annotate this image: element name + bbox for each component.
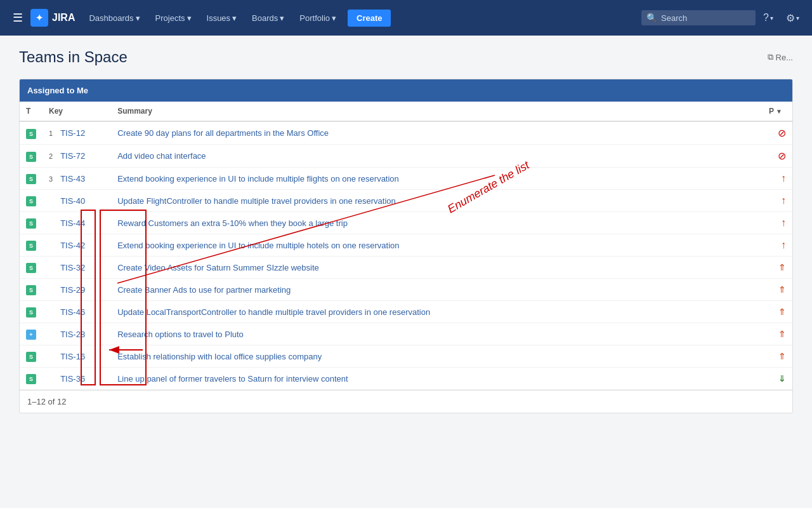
- key-cell[interactable]: TIS-28: [54, 323, 111, 345]
- col-priority-header: P ▼: [761, 102, 792, 121]
- key-cell[interactable]: TIS-43: [54, 168, 111, 190]
- col-summary-header: Summary: [111, 102, 761, 121]
- jira-logo-text: JIRA: [52, 12, 75, 23]
- type-cell: S: [20, 345, 43, 368]
- priority-cell: ↑: [761, 212, 792, 234]
- priority-cell: ⇑: [761, 323, 792, 345]
- page-action-button[interactable]: ⧉ Re...: [768, 52, 793, 62]
- search-bar[interactable]: 🔍: [641, 10, 756, 25]
- page-icon: ⧉: [768, 52, 773, 62]
- search-icon: 🔍: [646, 13, 657, 23]
- key-num-cell: 2: [43, 145, 54, 168]
- summary-cell[interactable]: Reward Customers an extra 5-10% when the…: [111, 212, 761, 234]
- search-input[interactable]: [661, 13, 750, 23]
- nav-boards[interactable]: Boards ▾: [246, 10, 291, 27]
- key-num-cell: [43, 279, 54, 301]
- nav-portfolio[interactable]: Portfolio ▾: [293, 10, 343, 27]
- priority-cell: ⇑: [761, 301, 792, 323]
- priority-cell: ⇑: [761, 345, 792, 368]
- table-row: S TIS-46 Update LocalTransportController…: [20, 301, 792, 323]
- jira-icon: ✦: [30, 9, 48, 27]
- summary-cell[interactable]: Create Video Assets for Saturn Summer SI…: [111, 257, 761, 279]
- nav-projects[interactable]: Projects ▾: [149, 10, 198, 27]
- main-content: Teams in Space ⧉ Re... Assigned to Me T …: [0, 36, 812, 508]
- key-cell[interactable]: TIS-36: [54, 368, 111, 390]
- type-cell: S: [20, 368, 43, 390]
- key-cell[interactable]: TIS-16: [54, 345, 111, 368]
- issue-type-icon: S: [26, 152, 36, 162]
- priority-highest-icon: ↑: [781, 173, 786, 184]
- key-num-cell: [43, 301, 54, 323]
- key-cell[interactable]: TIS-40: [54, 190, 111, 212]
- page-header: Teams in Space ⧉ Re...: [19, 48, 793, 66]
- summary-cell[interactable]: Establish relationship with local office…: [111, 345, 761, 368]
- col-key-header: Key: [43, 102, 111, 121]
- summary-cell[interactable]: Research options to travel to Pluto: [111, 323, 761, 345]
- summary-cell[interactable]: Create Banner Ads to use for partner mar…: [111, 279, 761, 301]
- summary-cell[interactable]: Extend booking experience in UI to inclu…: [111, 168, 761, 190]
- key-cell[interactable]: TIS-29: [54, 279, 111, 301]
- priority-high-icon: ⇑: [778, 262, 786, 272]
- issue-type-icon: S: [26, 374, 36, 384]
- summary-cell[interactable]: Create 90 day plans for all departments …: [111, 121, 761, 145]
- key-num-cell: [43, 212, 54, 234]
- issue-type-icon: S: [26, 129, 36, 139]
- key-num-cell: 3: [43, 168, 54, 190]
- priority-cell: ⊘: [761, 145, 792, 168]
- priority-lowest-icon: ⇓: [778, 373, 786, 384]
- priority-high-icon: ⇑: [778, 329, 786, 339]
- summary-cell[interactable]: Update FlightController to handle multip…: [111, 190, 761, 212]
- type-cell: S: [20, 168, 43, 190]
- pagination: 1–12 of 12: [20, 390, 792, 413]
- key-cell[interactable]: TIS-42: [54, 234, 111, 257]
- table-row: S TIS-42 Extend booking experience in UI…: [20, 234, 792, 257]
- summary-cell[interactable]: Update LocalTransportController to handl…: [111, 301, 761, 323]
- table-row: S TIS-32 Create Video Assets for Saturn …: [20, 257, 792, 279]
- priority-highest-icon: ↑: [781, 195, 786, 206]
- priority-highest-icon: ↑: [781, 239, 786, 250]
- summary-cell[interactable]: Extend booking experience in UI to inclu…: [111, 234, 761, 257]
- key-num-cell: [43, 257, 54, 279]
- summary-cell[interactable]: Line up panel of former travelers to Sat…: [111, 368, 761, 390]
- jira-logo[interactable]: ✦ JIRA: [30, 9, 75, 27]
- key-cell[interactable]: TIS-72: [54, 145, 111, 168]
- issue-type-icon: S: [26, 352, 36, 362]
- table-row: S 2 TIS-72 Add video chat interface ⊘: [20, 145, 792, 168]
- key-cell[interactable]: TIS-32: [54, 257, 111, 279]
- type-cell: S: [20, 190, 43, 212]
- priority-cell: ⇓: [761, 368, 792, 390]
- table-row: S TIS-40 Update FlightController to hand…: [20, 190, 792, 212]
- issues-table-container: Assigned to Me T Key Summary P ▼ S 1: [19, 79, 793, 413]
- create-button[interactable]: Create: [348, 10, 391, 27]
- navbar: ☰ ✦ JIRA Dashboards ▾ Projects ▾ Issues …: [0, 0, 812, 36]
- hamburger-menu[interactable]: ☰: [8, 6, 28, 30]
- priority-high-icon: ⇑: [778, 307, 786, 317]
- help-button[interactable]: ? ▾: [758, 8, 778, 27]
- table-row: S TIS-16 Establish relationship with loc…: [20, 345, 792, 368]
- issue-type-icon: S: [26, 174, 36, 184]
- issue-type-icon: S: [26, 263, 36, 273]
- priority-cell: ↑: [761, 190, 792, 212]
- table-header-row: T Key Summary P ▼: [20, 102, 792, 121]
- issue-type-icon: S: [26, 241, 36, 251]
- issue-type-icon: S: [26, 285, 36, 295]
- issue-type-icon: S: [26, 307, 36, 318]
- issues-tbody: S 1 TIS-12 Create 90 day plans for all d…: [20, 121, 792, 390]
- priority-high-icon: ⇑: [778, 284, 786, 295]
- nav-dashboards[interactable]: Dashboards ▾: [82, 10, 146, 27]
- settings-button[interactable]: ⚙ ▾: [781, 8, 804, 28]
- key-cell[interactable]: TIS-44: [54, 212, 111, 234]
- content-wrapper: Teams in Space ⧉ Re... Assigned to Me T …: [19, 48, 793, 413]
- key-num-cell: [43, 190, 54, 212]
- table-row: S TIS-44 Reward Customers an extra 5-10%…: [20, 212, 792, 234]
- key-cell[interactable]: TIS-46: [54, 301, 111, 323]
- priority-cell: ⇑: [761, 257, 792, 279]
- issues-table: T Key Summary P ▼ S 1 TIS-12 Create 90 d…: [20, 102, 792, 390]
- key-num-cell: 1: [43, 121, 54, 145]
- key-cell[interactable]: TIS-12: [54, 121, 111, 145]
- table-row: + TIS-28 Research options to travel to P…: [20, 323, 792, 345]
- summary-cell[interactable]: Add video chat interface: [111, 145, 761, 168]
- type-cell: S: [20, 301, 43, 323]
- key-num-cell: [43, 323, 54, 345]
- nav-issues[interactable]: Issues ▾: [200, 10, 244, 27]
